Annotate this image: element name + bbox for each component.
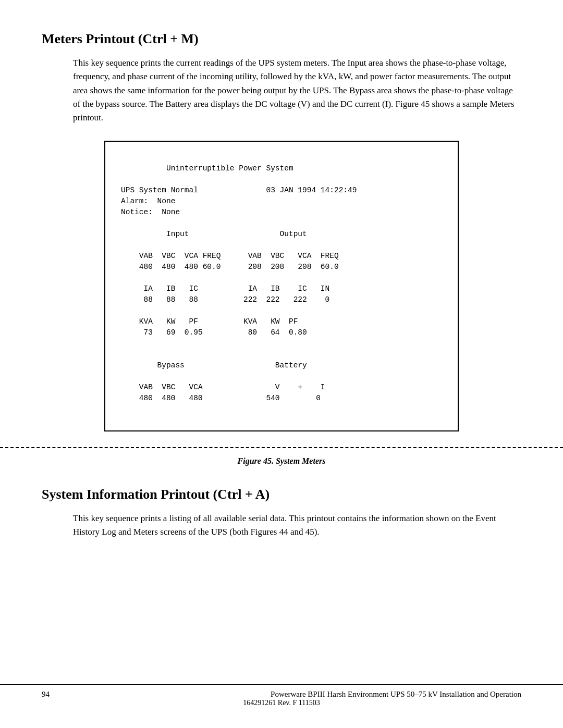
figure-line1: Uninterruptible Power System — [121, 164, 293, 172]
figure-line3: UPS System Normal 03 JAN 1994 14:22:49 — [121, 186, 357, 194]
figure-line21: VAB VBC VCA V + I — [121, 383, 325, 391]
meters-printout-title: Meters Printout (Ctrl + M) — [42, 31, 521, 47]
footer-line2: 164291261 Rev. F 111503 — [42, 699, 521, 707]
figure-line10: 480 480 480 60.0 208 208 208 60.0 — [121, 263, 339, 271]
figure-line5: Notice: None — [121, 208, 180, 216]
figure-content: Uninterruptible Power System UPS System … — [121, 152, 442, 415]
footer: 94 Powerware BPIII Harsh Environment UPS… — [0, 684, 563, 707]
footer-title: Powerware BPIII Harsh Environment UPS 50… — [271, 690, 521, 699]
system-info-body: This key sequence prints a listing of al… — [73, 512, 521, 539]
page-container: Meters Printout (Ctrl + M) This key sequ… — [0, 0, 563, 728]
page-number: 94 — [42, 690, 50, 699]
figure-line16: 73 69 0.95 80 64 0.80 — [121, 328, 307, 337]
meters-printout-body: This key sequence prints the current rea… — [73, 56, 521, 125]
figure-line9: VAB VBC VCA FREQ VAB VBC VCA FREQ — [121, 252, 339, 260]
figure-line22: 480 480 480 540 0 — [121, 394, 321, 402]
figure-line13: 88 88 88 222 222 222 0 — [121, 295, 329, 304]
dashed-separator — [0, 447, 563, 448]
figure-line15: KVA KW PF KVA KW PF — [121, 317, 298, 326]
figure-line4: Alarm: None — [121, 197, 175, 205]
footer-line1: 94 Powerware BPIII Harsh Environment UPS… — [42, 690, 521, 699]
figure-caption: Figure 45. System Meters — [42, 456, 521, 466]
footer-doc-number: 164291261 Rev. F 111503 — [243, 699, 320, 707]
system-info-title: System Information Printout (Ctrl + A) — [42, 487, 521, 502]
figure-line19: Bypass Battery — [121, 361, 307, 369]
figure-line12: IA IB IC IA IB IC IN — [121, 285, 329, 293]
meters-printout-section: Meters Printout (Ctrl + M) This key sequ… — [42, 31, 521, 466]
figure-box: Uninterruptible Power System UPS System … — [104, 141, 459, 431]
figure-line7: Input Output — [121, 230, 307, 238]
system-info-section: System Information Printout (Ctrl + A) T… — [42, 487, 521, 539]
